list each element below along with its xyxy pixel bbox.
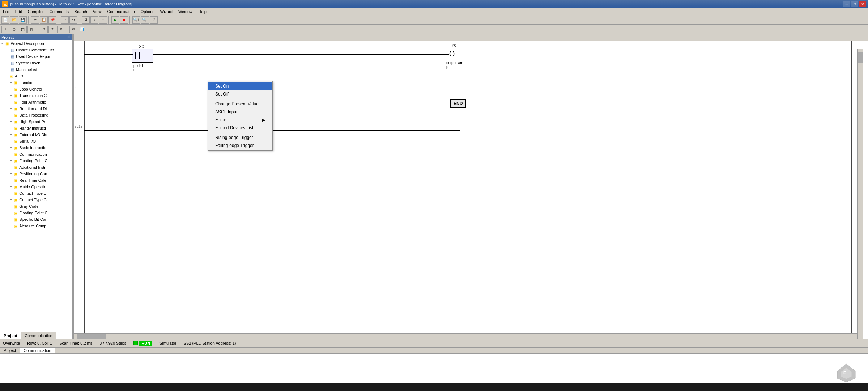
- toolbar-counter[interactable]: C: [57, 26, 65, 33]
- ctx-item-set-off[interactable]: Set Off: [208, 90, 272, 98]
- toolbar-paste[interactable]: 📌: [48, 16, 56, 24]
- panel-close[interactable]: ✕: [67, 35, 70, 39]
- expand-icon-project-desc[interactable]: −: [1, 42, 3, 45]
- expand-icon-absolute-comp[interactable]: +: [10, 224, 12, 228]
- toolbar-monitor[interactable]: 👁: [69, 26, 77, 33]
- expand-icon-rotation[interactable]: +: [10, 107, 12, 110]
- tree-item-data-proc[interactable]: +▣Data Processing: [0, 112, 72, 118]
- expand-icon-basic-instr[interactable]: +: [10, 146, 12, 150]
- toolbar-contacts[interactable]: ⊣⊢: [1, 26, 9, 33]
- menu-edit[interactable]: Edit: [12, 8, 25, 15]
- tree-item-transmission[interactable]: +▣Transmission C: [0, 92, 72, 99]
- toolbar-open[interactable]: 📂: [10, 16, 18, 24]
- toolbar-redo[interactable]: ↪: [69, 16, 77, 24]
- tree-item-real-time[interactable]: +▣Real Time Caler: [0, 177, 72, 184]
- expand-icon-real-time[interactable]: +: [10, 178, 12, 182]
- ctx-item-force[interactable]: Force▶: [208, 116, 272, 124]
- expand-icon-matrix-ops[interactable]: +: [10, 185, 12, 189]
- toolbar-download[interactable]: ↓: [90, 16, 98, 24]
- menu-help[interactable]: Help: [195, 8, 209, 15]
- menu-communication[interactable]: Communication: [104, 8, 137, 15]
- tree-item-positioning[interactable]: +▣Positioning Con: [0, 171, 72, 177]
- ctx-item-change-val[interactable]: Change Present Value: [208, 100, 272, 108]
- expand-icon-data-proc[interactable]: +: [10, 113, 12, 117]
- ctx-item-rising-edge[interactable]: Rising-edge Trigger: [208, 134, 272, 142]
- tree-item-used-device[interactable]: ▤Used Device Report: [0, 53, 72, 60]
- tree-item-device-comment[interactable]: ▤Device Comment List: [0, 47, 72, 53]
- expand-icon-handy-instr[interactable]: +: [10, 126, 12, 130]
- tree-item-gray-code[interactable]: +▣Gray Code: [0, 203, 72, 210]
- toolbar-no-contact[interactable]: |/|: [27, 26, 35, 33]
- menu-comments[interactable]: Comments: [47, 8, 72, 15]
- menu-wizard[interactable]: Wizard: [157, 8, 175, 15]
- toolbar-new[interactable]: 📄: [1, 16, 9, 24]
- maximize-button[interactable]: □: [851, 1, 858, 7]
- tree-item-system-block[interactable]: ▤System Block: [0, 60, 72, 66]
- menu-window[interactable]: Window: [175, 8, 195, 15]
- toolbar-save[interactable]: 💾: [19, 16, 27, 24]
- tree-item-specific-bit[interactable]: +▣Specific Bit Cor: [0, 216, 72, 223]
- toolbar-upload[interactable]: ↑: [99, 16, 107, 24]
- toolbar-run[interactable]: ▶: [111, 16, 119, 24]
- toolbar-copy[interactable]: 📋: [40, 16, 48, 24]
- ctx-item-ascii-input[interactable]: ASCII Input: [208, 108, 272, 116]
- tree-item-project-desc[interactable]: −▣Project Description: [0, 40, 72, 47]
- tree-item-floating-pt[interactable]: +▣Floating Point C: [0, 157, 72, 164]
- expand-icon-transmission[interactable]: +: [10, 94, 12, 97]
- toolbar-stop[interactable]: ■: [120, 16, 128, 24]
- ctx-item-set-on[interactable]: Set On: [208, 82, 272, 90]
- toolbar-compile[interactable]: ⚙: [82, 16, 90, 24]
- tree-item-four-arith[interactable]: +▣Four Arithmetic: [0, 99, 72, 105]
- toolbar-status[interactable]: 📊: [78, 26, 86, 33]
- tree-item-floating-pt-c[interactable]: +▣Floating Point C: [0, 210, 72, 216]
- ctx-item-falling-edge[interactable]: Falling-edge Trigger: [208, 142, 272, 150]
- toolbar-cut[interactable]: ✂: [31, 16, 39, 24]
- tree-item-apis[interactable]: −▣APIs: [0, 73, 72, 79]
- expand-icon-loop-control[interactable]: +: [10, 87, 12, 91]
- tree-container[interactable]: −▣Project Description▤Device Comment Lis…: [0, 40, 72, 332]
- tree-item-absolute-comp[interactable]: +▣Absolute Comp: [0, 223, 72, 229]
- expand-icon-contact-type-c[interactable]: +: [10, 198, 12, 202]
- tree-item-additional[interactable]: +▣Additional Instr: [0, 164, 72, 171]
- tree-item-contact-type-l[interactable]: +▣Contact Type L: [0, 190, 72, 197]
- menu-file[interactable]: File: [0, 8, 12, 15]
- toolbar-timer[interactable]: T: [48, 26, 56, 33]
- tree-item-loop-control[interactable]: +▣Loop Control: [0, 86, 72, 92]
- expand-icon-high-speed[interactable]: +: [10, 120, 12, 123]
- tree-item-high-speed[interactable]: +▣High-Speed Pro: [0, 118, 72, 125]
- tree-item-matrix-ops[interactable]: +▣Matrix Operatio: [0, 184, 72, 190]
- bottom-scrollbar[interactable]: [74, 333, 857, 339]
- tree-item-rotation[interactable]: +▣Rotation and Di: [0, 105, 72, 112]
- y0-coil[interactable]: Y0 ( ): [446, 49, 468, 59]
- expand-icon-external-io[interactable]: +: [10, 133, 12, 136]
- tree-item-contact-type-c[interactable]: +▣Contact Type C: [0, 197, 72, 203]
- expand-icon-floating-pt[interactable]: +: [10, 159, 12, 163]
- tree-item-serial-io[interactable]: +▣Serial I/O: [0, 138, 72, 144]
- expand-icon-serial-io[interactable]: +: [10, 139, 12, 143]
- tree-item-communication[interactable]: +▣Communication: [0, 151, 72, 157]
- toolbar-coil[interactable]: ( ): [10, 26, 18, 33]
- close-button[interactable]: ✕: [859, 1, 866, 7]
- right-scrollbar[interactable]: [857, 49, 863, 339]
- expand-icon-contact-type-l[interactable]: +: [10, 192, 12, 195]
- tree-item-external-io[interactable]: +▣External I/O Dis: [0, 131, 72, 138]
- tree-item-basic-instr[interactable]: +▣Basic Instructio: [0, 144, 72, 151]
- expand-icon-gray-code[interactable]: +: [10, 205, 12, 208]
- tab-communication[interactable]: Communication: [21, 332, 56, 339]
- toolbar-help[interactable]: ?: [150, 16, 158, 24]
- tree-item-machine-list[interactable]: ▤MachineList: [0, 66, 72, 73]
- menu-compiler[interactable]: Compiler: [25, 8, 47, 15]
- menu-options[interactable]: Options: [138, 8, 157, 15]
- expand-icon-apis[interactable]: −: [6, 74, 8, 78]
- minimize-button[interactable]: ─: [843, 1, 850, 7]
- toolbar-block[interactable]: □: [40, 26, 48, 33]
- bottom-tab-project[interactable]: Project: [0, 348, 20, 353]
- expand-icon-four-arith[interactable]: +: [10, 100, 12, 104]
- expand-icon-specific-bit[interactable]: +: [10, 218, 12, 221]
- expand-icon-additional[interactable]: +: [10, 165, 12, 169]
- menu-view[interactable]: View: [90, 8, 105, 15]
- menu-search[interactable]: Search: [72, 8, 90, 15]
- expand-icon-function[interactable]: +: [10, 81, 12, 84]
- tree-item-function[interactable]: +▣Function: [0, 79, 72, 86]
- expand-icon-positioning[interactable]: +: [10, 172, 12, 176]
